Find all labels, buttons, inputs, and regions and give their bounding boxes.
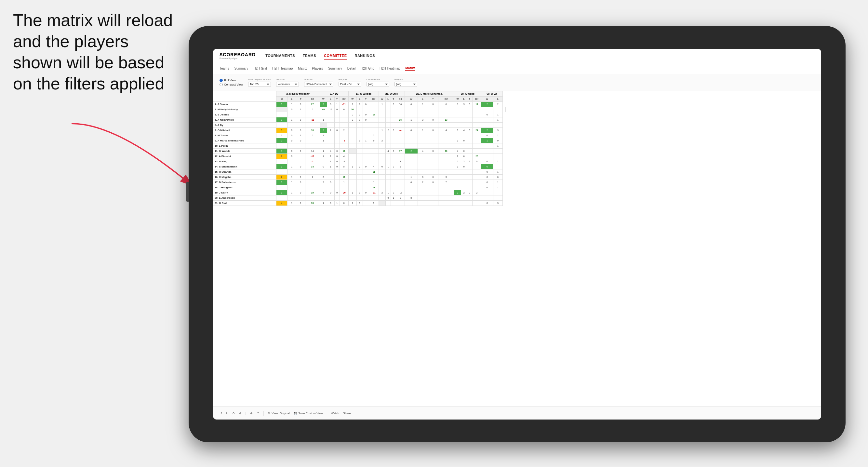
zoom-out-button[interactable]: ⊖: [239, 412, 242, 415]
matrix-cell: 1: [287, 180, 296, 185]
matrix-cell: [287, 169, 296, 175]
subnav-teams[interactable]: Teams: [219, 67, 229, 70]
zoom-in-button[interactable]: ⊕: [250, 412, 253, 415]
matrix-cell: [340, 185, 348, 190]
matrix-cell: [369, 154, 379, 159]
matrix-cell: 11: [369, 169, 379, 175]
matrix-cell: [340, 169, 348, 175]
logo-area: SCOREBOARD Powered by clippd: [219, 52, 256, 60]
matrix-cell: [369, 123, 379, 128]
save-custom-button[interactable]: 💾 Save Custom View: [294, 412, 323, 415]
matrix-cell: 0: [327, 180, 335, 185]
nav-teams[interactable]: TEAMS: [303, 52, 316, 60]
subnav-detail[interactable]: Detail: [347, 67, 356, 70]
timer-button[interactable]: ⏱: [257, 412, 259, 415]
gender-select[interactable]: Women's Men's: [276, 82, 299, 87]
matrix-cell: [348, 123, 357, 128]
full-view-radio: [219, 79, 223, 82]
matrix-cell: [379, 112, 385, 117]
matrix-cell: [296, 123, 305, 128]
matrix-cell: [467, 180, 472, 185]
matrix-cell: [348, 195, 357, 201]
player-name-cell: 12. A Bianchi: [213, 154, 276, 159]
matrix-cell: 1: [334, 201, 340, 206]
matrix-cell: 4: [340, 154, 348, 159]
conference-label: Conference: [367, 78, 389, 81]
full-view-option[interactable]: Full View: [219, 79, 243, 82]
matrix-cell: [428, 144, 438, 149]
subnav-h2hheatmap2[interactable]: H2H Heatmap: [379, 67, 400, 70]
matrix-cell: 13: [438, 117, 454, 123]
matrix-cell: [396, 112, 405, 117]
matrix-cell: [363, 123, 369, 128]
matrix-cell: 0: [348, 112, 357, 117]
max-players-select[interactable]: Top 25 Top 50 All: [248, 82, 271, 87]
matrix-cell: [417, 133, 428, 138]
matrix-cell: 0: [391, 102, 396, 107]
matrix-cell: [405, 138, 418, 144]
matrix-cell: 0: [428, 149, 438, 154]
watch-button[interactable]: Watch: [331, 412, 339, 415]
subnav-players[interactable]: Players: [312, 67, 323, 70]
division-select[interactable]: NCAA Division II NCAA Division I NCAA Di…: [304, 82, 333, 87]
redo-button[interactable]: ↻: [226, 412, 229, 415]
matrix-cell: 0: [287, 107, 296, 112]
matrix-cell: [405, 107, 418, 112]
tablet-frame: SCOREBOARD Powered by clippd TOURNAMENTS…: [189, 26, 845, 442]
max-players-label: Max players in view: [248, 78, 271, 81]
matrix-cell: [287, 185, 296, 190]
nav-rankings[interactable]: RANKINGS: [354, 52, 375, 60]
matrix-cell: [327, 138, 335, 144]
subnav-h2hgrid2[interactable]: H2H Grid: [361, 67, 374, 70]
matrix-cell: 0: [461, 164, 467, 169]
matrix-cell: 1: [417, 128, 428, 133]
view-original-icon: 👁: [268, 412, 271, 415]
matrix-cell: [305, 112, 320, 117]
matrix-cell: [461, 123, 467, 128]
subnav-matrix1[interactable]: Matrix: [298, 67, 307, 70]
matrix-body: 1. J Garcia31027301-11100110100106130112…: [213, 102, 506, 206]
subnav-h2hgrid1[interactable]: H2H Grid: [253, 67, 267, 70]
player-name-cell: 2. M Kelly Mulcahy: [213, 107, 276, 112]
matrix-cell: [357, 175, 363, 180]
matrix-cell: [385, 201, 391, 206]
wlt-dif1: Dif: [305, 97, 320, 102]
matrix-cell: [481, 117, 493, 123]
matrix-cell: [493, 195, 502, 201]
matrix-cell: [428, 195, 438, 201]
matrix-cell: 0: [287, 138, 296, 144]
subnav-h2hheatmap1[interactable]: H2H Heatmap: [272, 67, 293, 70]
matrix-cell: [276, 195, 287, 201]
matrix-cell: [454, 175, 461, 180]
subnav-summary1[interactable]: Summary: [234, 67, 248, 70]
tablet-screen: SCOREBOARD Powered by clippd TOURNAMENTS…: [213, 49, 821, 419]
wlt-l2: L: [327, 97, 335, 102]
region-select[interactable]: East - DII West - DII (All): [339, 82, 361, 87]
col-header-za: 60. W Za: [481, 91, 503, 97]
matrix-cell: 1: [385, 164, 391, 169]
nav-tournaments[interactable]: TOURNAMENTS: [266, 52, 295, 60]
matrix-cell: [481, 195, 493, 201]
conference-select[interactable]: (All): [367, 82, 389, 87]
share-button[interactable]: Share: [343, 412, 351, 415]
subnav-matrix2[interactable]: Matrix: [405, 66, 415, 70]
matrix-cell: [348, 128, 357, 133]
players-select[interactable]: (All): [395, 82, 417, 87]
matrix-cell: [493, 107, 502, 112]
matrix-cell: [417, 112, 428, 117]
max-players-filter: Max players in view Top 25 Top 50 All: [248, 78, 271, 87]
matrix-cell: [461, 107, 467, 112]
matrix-cell: 4: [438, 128, 454, 133]
view-original-button[interactable]: 👁 View: Original: [268, 412, 289, 415]
matrix-cell: [357, 169, 363, 175]
nav-committee[interactable]: COMMITTEE: [324, 52, 347, 60]
matrix-cell: 2: [340, 128, 348, 133]
refresh-button[interactable]: ⟳: [232, 412, 235, 415]
undo-button[interactable]: ↺: [219, 412, 222, 415]
region-label: Region: [339, 78, 361, 81]
matrix-cell: [287, 144, 296, 149]
subnav-summary2[interactable]: Summary: [328, 67, 342, 70]
filter-bar: Full View Compact View Max players in vi…: [213, 74, 821, 91]
matrix-cell: 0: [428, 128, 438, 133]
compact-view-option[interactable]: Compact View: [219, 83, 243, 86]
